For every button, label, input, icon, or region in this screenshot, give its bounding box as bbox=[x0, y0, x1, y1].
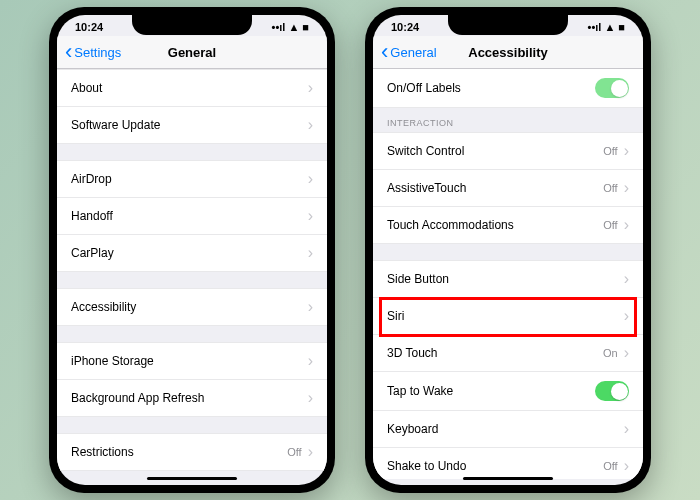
row-label: Software Update bbox=[71, 118, 160, 132]
settings-row[interactable]: Handoff bbox=[57, 198, 327, 235]
row-label: AirDrop bbox=[71, 172, 112, 186]
toggle-switch[interactable] bbox=[595, 381, 629, 401]
settings-row[interactable]: Shake to UndoOff bbox=[373, 448, 643, 479]
section-gap bbox=[57, 417, 327, 433]
row-value bbox=[302, 79, 313, 97]
settings-row[interactable]: 3D TouchOn bbox=[373, 335, 643, 372]
row-label: Side Button bbox=[387, 272, 449, 286]
settings-row[interactable]: iPhone Storage bbox=[57, 342, 327, 380]
row-value: Off bbox=[603, 179, 629, 197]
row-value bbox=[302, 244, 313, 262]
row-label: CarPlay bbox=[71, 246, 114, 260]
section-gap bbox=[373, 244, 643, 260]
content-left[interactable]: AboutSoftware UpdateAirDropHandoffCarPla… bbox=[57, 69, 327, 479]
toggle-switch[interactable] bbox=[595, 78, 629, 98]
notch bbox=[132, 15, 252, 35]
row-value bbox=[302, 170, 313, 188]
content-right[interactable]: On/Off LabelsINTERACTIONSwitch ControlOf… bbox=[373, 69, 643, 479]
settings-row[interactable]: Tap to Wake bbox=[373, 372, 643, 411]
settings-row[interactable]: Side Button bbox=[373, 260, 643, 298]
back-button-general[interactable]: General bbox=[381, 39, 437, 65]
row-value: Off bbox=[287, 443, 313, 461]
section-gap bbox=[57, 272, 327, 288]
row-label: AssistiveTouch bbox=[387, 181, 466, 195]
phone-left: 10:24 ••ıl ▲ ■ Settings General AboutSof… bbox=[49, 7, 335, 493]
settings-row[interactable]: Siri bbox=[373, 298, 643, 335]
settings-row[interactable]: Accessibility bbox=[57, 288, 327, 326]
screen-left: 10:24 ••ıl ▲ ■ Settings General AboutSof… bbox=[57, 15, 327, 485]
settings-row[interactable]: CarPlay bbox=[57, 235, 327, 272]
row-label: Background App Refresh bbox=[71, 391, 204, 405]
settings-row[interactable]: AssistiveTouchOff bbox=[373, 170, 643, 207]
home-indicator[interactable] bbox=[463, 477, 553, 480]
section-gap bbox=[57, 144, 327, 160]
row-value bbox=[618, 270, 629, 288]
navbar-left: Settings General bbox=[57, 36, 327, 69]
row-label: 3D Touch bbox=[387, 346, 437, 360]
row-label: Restrictions bbox=[71, 445, 134, 459]
screen-right: 10:24 ••ıl ▲ ■ General Accessibility On/… bbox=[373, 15, 643, 485]
settings-row[interactable]: Software Update bbox=[57, 107, 327, 144]
row-value: On bbox=[603, 344, 629, 362]
page-title-general: General bbox=[168, 45, 216, 60]
row-label: Keyboard bbox=[387, 422, 438, 436]
row-value bbox=[302, 389, 313, 407]
row-value bbox=[618, 420, 629, 438]
row-value bbox=[302, 207, 313, 225]
status-time: 10:24 bbox=[391, 21, 419, 33]
settings-row[interactable]: Background App Refresh bbox=[57, 380, 327, 417]
row-label: Switch Control bbox=[387, 144, 464, 158]
status-icons: ••ıl ▲ ■ bbox=[269, 21, 309, 33]
navbar-right: General Accessibility bbox=[373, 36, 643, 69]
row-label: Siri bbox=[387, 309, 404, 323]
settings-row[interactable]: AirDrop bbox=[57, 160, 327, 198]
settings-row[interactable]: RestrictionsOff bbox=[57, 433, 327, 471]
row-label: Shake to Undo bbox=[387, 459, 466, 473]
row-value bbox=[302, 116, 313, 134]
row-label: iPhone Storage bbox=[71, 354, 154, 368]
row-value bbox=[302, 352, 313, 370]
section-gap bbox=[57, 326, 327, 342]
home-indicator[interactable] bbox=[147, 477, 237, 480]
settings-row[interactable]: Switch ControlOff bbox=[373, 132, 643, 170]
settings-row[interactable]: Keyboard bbox=[373, 411, 643, 448]
phone-right: 10:24 ••ıl ▲ ■ General Accessibility On/… bbox=[365, 7, 651, 493]
section-header: INTERACTION bbox=[373, 108, 643, 132]
settings-row[interactable]: About bbox=[57, 69, 327, 107]
status-icons: ••ıl ▲ ■ bbox=[585, 21, 625, 33]
row-value bbox=[302, 298, 313, 316]
notch bbox=[448, 15, 568, 35]
status-time: 10:24 bbox=[75, 21, 103, 33]
row-label: Tap to Wake bbox=[387, 384, 453, 398]
settings-row[interactable]: On/Off Labels bbox=[373, 69, 643, 108]
row-label: About bbox=[71, 81, 102, 95]
row-label: Handoff bbox=[71, 209, 113, 223]
row-value: Off bbox=[603, 216, 629, 234]
row-label: Accessibility bbox=[71, 300, 136, 314]
page-title-accessibility: Accessibility bbox=[468, 45, 548, 60]
row-label: On/Off Labels bbox=[387, 81, 461, 95]
row-value bbox=[618, 307, 629, 325]
back-button-settings[interactable]: Settings bbox=[65, 39, 121, 65]
row-label: Touch Accommodations bbox=[387, 218, 514, 232]
row-value: Off bbox=[603, 142, 629, 160]
row-value: Off bbox=[603, 457, 629, 475]
settings-row[interactable]: Touch AccommodationsOff bbox=[373, 207, 643, 244]
